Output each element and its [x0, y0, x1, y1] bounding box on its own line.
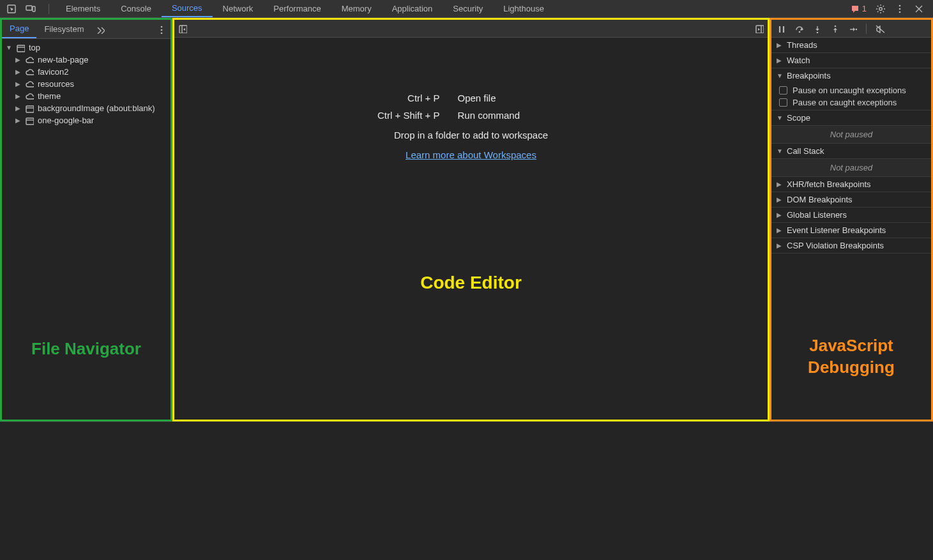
- step-out-icon[interactable]: [830, 24, 839, 33]
- navigator-tab-page[interactable]: Page: [2, 20, 36, 38]
- tab-security[interactable]: Security: [443, 0, 493, 17]
- navigator-more-tabs-icon[interactable]: [96, 25, 105, 34]
- pause-icon[interactable]: [777, 24, 785, 33]
- frame-icon: [25, 104, 34, 113]
- device-toolbar-icon[interactable]: [26, 4, 36, 14]
- pause-caught-checkbox[interactable]: Pause on caught exceptions: [771, 96, 931, 109]
- deactivate-breakpoints-icon[interactable]: [876, 24, 884, 33]
- tree-item-top[interactable]: ▼ top: [2, 42, 171, 54]
- step-icon[interactable]: [848, 24, 857, 33]
- navigator-options-icon[interactable]: [156, 25, 165, 34]
- caret-right-icon: ▶: [15, 56, 21, 63]
- tree-item-one-google-bar[interactable]: ▶ one-google-bar: [2, 114, 171, 126]
- shortcut-open-file: Ctrl + P Open file: [357, 93, 586, 103]
- tab-elements[interactable]: Elements: [56, 0, 110, 17]
- annotation-file-navigator: File Navigator: [2, 339, 171, 359]
- section-breakpoints[interactable]: ▼Breakpoints: [771, 68, 931, 83]
- editor-toolbar: [174, 20, 768, 38]
- close-devtools-icon[interactable]: [914, 4, 924, 14]
- tab-console[interactable]: Console: [110, 0, 162, 17]
- tree-item-favicon2[interactable]: ▶ favicon2: [2, 66, 171, 78]
- tab-application[interactable]: Application: [382, 0, 443, 17]
- checkbox-label: Pause on caught exceptions: [793, 98, 897, 107]
- tree-label: new-tab-page: [38, 55, 89, 64]
- js-debugging-pane: ▶Threads ▶Watch ▼Breakpoints Pause on un…: [770, 18, 933, 421]
- workspaces-link[interactable]: Learn more about Workspaces: [406, 149, 536, 160]
- tree-item-backgroundimage[interactable]: ▶ backgroundImage (about:blank): [2, 102, 171, 114]
- shortcut-key: Ctrl + Shift + P: [357, 110, 440, 121]
- section-label: Watch: [787, 56, 810, 65]
- editor-empty-state: Ctrl + P Open file Ctrl + Shift + P Run …: [174, 38, 768, 420]
- section-label: Breakpoints: [787, 71, 831, 80]
- section-label: Call Stack: [787, 146, 824, 156]
- section-call-stack[interactable]: ▼Call Stack: [771, 144, 931, 158]
- tree-label: one-google-bar: [38, 116, 94, 125]
- error-badge[interactable]: 1: [851, 4, 867, 13]
- tab-sources[interactable]: Sources: [162, 0, 213, 17]
- section-scope[interactable]: ▼Scope: [771, 110, 931, 125]
- shortcut-key: Ctrl + P: [357, 93, 440, 103]
- debugger-toolbar: [771, 20, 931, 38]
- section-label: Event Listener Breakpoints: [787, 225, 886, 235]
- annotation-js-debugging: JavaScript Debugging: [771, 335, 931, 379]
- pause-uncaught-checkbox[interactable]: Pause on uncaught exceptions: [771, 84, 931, 96]
- section-label: Threads: [787, 40, 817, 50]
- cloud-icon: [25, 92, 34, 101]
- inspect-icon[interactable]: [6, 4, 17, 14]
- divider: [49, 4, 49, 14]
- section-label: Global Listeners: [787, 210, 847, 220]
- tree-label: top: [29, 43, 40, 52]
- checkbox-icon: [779, 86, 787, 95]
- section-csp-violation-breakpoints[interactable]: ▶CSP Violation Breakpoints: [771, 238, 931, 253]
- section-dom-breakpoints[interactable]: ▶DOM Breakpoints: [771, 192, 931, 207]
- tab-lighthouse[interactable]: Lighthouse: [493, 0, 554, 17]
- section-threads[interactable]: ▶Threads: [771, 38, 931, 52]
- section-xhr-breakpoints[interactable]: ▶XHR/fetch Breakpoints: [771, 177, 931, 192]
- tab-network[interactable]: Network: [213, 0, 264, 17]
- code-editor-pane: Ctrl + P Open file Ctrl + Shift + P Run …: [172, 18, 770, 421]
- cloud-icon: [25, 68, 34, 77]
- error-icon: [851, 4, 860, 13]
- divider: [866, 24, 867, 34]
- collapse-navigator-icon[interactable]: [178, 24, 187, 33]
- file-navigator-pane: Page Filesystem ▼ top ▶ new-tab-page ▶ f…: [0, 18, 172, 421]
- navigator-tab-filesystem[interactable]: Filesystem: [36, 20, 91, 38]
- tree-label: resources: [38, 79, 74, 89]
- panel-tabs: Elements Console Sources Network Perform…: [56, 0, 554, 17]
- annotation-code-editor: Code Editor: [174, 273, 768, 293]
- tree-label: favicon2: [38, 67, 68, 77]
- cloud-icon: [25, 80, 34, 89]
- step-over-icon[interactable]: [794, 24, 803, 33]
- tree-item-resources[interactable]: ▶ resources: [2, 78, 171, 90]
- callstack-not-paused: Not paused: [771, 159, 931, 177]
- tab-performance[interactable]: Performance: [263, 0, 331, 17]
- caret-right-icon: ▶: [15, 80, 21, 87]
- tree-item-theme[interactable]: ▶ theme: [2, 90, 171, 102]
- collapse-debugger-icon[interactable]: [755, 24, 764, 33]
- shortcut-action: Open file: [458, 93, 586, 103]
- frame-icon: [25, 116, 34, 125]
- section-global-listeners[interactable]: ▶Global Listeners: [771, 208, 931, 222]
- section-label: CSP Violation Breakpoints: [787, 241, 884, 250]
- section-label: XHR/fetch Breakpoints: [787, 179, 871, 189]
- navigator-tabs: Page Filesystem: [2, 20, 171, 39]
- tree-item-new-tab-page[interactable]: ▶ new-tab-page: [2, 54, 171, 66]
- caret-right-icon: ▶: [15, 117, 21, 124]
- shortcut-run-command: Ctrl + Shift + P Run command: [357, 110, 586, 121]
- more-menu-icon[interactable]: [895, 4, 905, 14]
- error-count: 1: [862, 4, 867, 13]
- tab-memory[interactable]: Memory: [331, 0, 382, 17]
- scope-not-paused: Not paused: [771, 126, 931, 144]
- section-watch[interactable]: ▶Watch: [771, 53, 931, 68]
- settings-icon[interactable]: [876, 4, 886, 14]
- checkbox-label: Pause on uncaught exceptions: [793, 86, 906, 95]
- tree-label: backgroundImage (about:blank): [38, 103, 155, 113]
- step-into-icon[interactable]: [812, 24, 821, 33]
- caret-down-icon: ▼: [6, 44, 12, 51]
- section-label: DOM Breakpoints: [787, 195, 853, 204]
- section-label: Scope: [787, 113, 810, 123]
- section-event-listener-breakpoints[interactable]: ▶Event Listener Breakpoints: [771, 223, 931, 238]
- drop-folder-hint: Drop in a folder to add to workspace: [394, 130, 548, 140]
- console-drawer[interactable]: [0, 421, 933, 560]
- shortcut-action: Run command: [458, 110, 586, 121]
